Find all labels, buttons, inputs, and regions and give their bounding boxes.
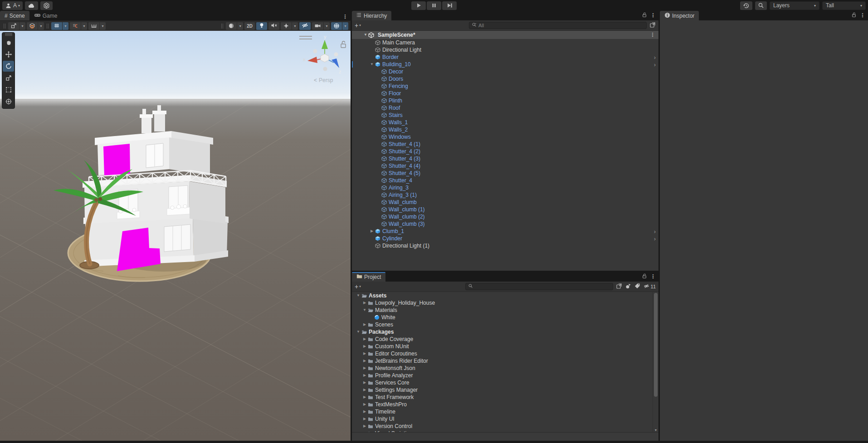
account-button[interactable]: A ▾ (2, 1, 23, 10)
scale-tool-button[interactable] (3, 73, 14, 83)
hierarchy-row[interactable]: Shutter_4 (1) (352, 141, 658, 148)
chevron-down-icon[interactable]: ▼ (100, 22, 106, 30)
prefab-open-chevron[interactable]: › (654, 235, 656, 242)
project-search-input[interactable] (475, 284, 610, 289)
chevron-down-icon[interactable]: ▼ (20, 22, 25, 30)
plastic-scm-button[interactable] (40, 1, 53, 10)
expand-arrow[interactable]: ▶ (362, 336, 367, 343)
project-row[interactable]: ▶ Scenes (352, 321, 658, 328)
project-row[interactable]: ▶ Services Core (352, 379, 658, 386)
hierarchy-row[interactable]: Shutter_4 (352, 177, 658, 184)
project-scrollbar[interactable]: ▼ (653, 292, 658, 432)
rect-tool-button[interactable] (3, 84, 14, 95)
view-hand-tool-button[interactable] (3, 37, 14, 48)
chevron-down-icon[interactable]: ▼ (342, 22, 348, 30)
effects-toggle-button[interactable]: ▼ (281, 22, 298, 30)
chevron-down-icon[interactable]: ▼ (63, 22, 68, 30)
add-gameobject-button[interactable]: +▾ (355, 22, 361, 29)
expand-arrow[interactable]: ▶ (362, 415, 367, 423)
project-menu-icon[interactable]: ⋮ (650, 274, 656, 279)
tab-game[interactable]: Game (29, 11, 62, 20)
expand-arrow[interactable]: ▼ (363, 31, 368, 39)
expand-arrow[interactable]: ▶ (362, 401, 367, 408)
hierarchy-row[interactable]: Fencing (352, 83, 658, 90)
hierarchy-row[interactable]: Directional Light (1) (352, 242, 658, 249)
snap-toggle-button[interactable]: ▼ (70, 22, 87, 30)
expand-arrow[interactable]: ▶ (362, 423, 367, 430)
expand-arrow[interactable]: ▶ (362, 357, 367, 365)
search-by-type-icon[interactable] (625, 283, 631, 291)
prefab-open-chevron[interactable]: › (654, 61, 656, 68)
hierarchy-row[interactable]: Wall_clumb (3) (352, 220, 658, 228)
hierarchy-row[interactable]: Plinth (352, 97, 658, 104)
expand-arrow[interactable]: ▶ (362, 350, 367, 357)
hierarchy-menu-icon[interactable]: ⋮ (650, 13, 656, 18)
expand-arrow[interactable]: ▶ (362, 430, 367, 432)
expand-arrow[interactable]: ▶ (362, 343, 367, 350)
draw-mode-button[interactable]: ▼ (226, 22, 243, 30)
expand-arrow[interactable]: ▶ (362, 365, 367, 372)
gizmos-toggle-button[interactable]: ▼ (331, 22, 348, 30)
project-row[interactable]: ▼ Packages (352, 328, 658, 336)
project-row[interactable]: ▶ Test Framework (352, 394, 658, 401)
scene-viewport[interactable]: y x z < Persp (0, 31, 351, 441)
tab-hierarchy[interactable]: Hierarchy (352, 11, 391, 20)
pause-button[interactable] (427, 1, 441, 10)
project-row[interactable]: ▶ Editor Coroutines (352, 350, 658, 357)
lighting-toggle-button[interactable] (256, 22, 267, 30)
chevron-down-icon[interactable]: ▼ (237, 22, 243, 30)
tool-handle-rotation-button[interactable]: ▼ (27, 22, 44, 30)
layout-dropdown[interactable]: Tall ▾ (822, 1, 866, 10)
expand-arrow[interactable]: ▶ (362, 372, 367, 379)
project-row[interactable]: ▼ Assets (352, 292, 658, 299)
prefab-open-chevron[interactable]: › (654, 228, 656, 235)
cloud-button[interactable] (25, 1, 38, 10)
hierarchy-row[interactable]: Shutter_4 (2) (352, 148, 658, 155)
open-padlock-icon[interactable] (642, 12, 647, 19)
add-asset-button[interactable]: +▾ (355, 283, 361, 290)
grid-visibility-button[interactable]: ▼ (51, 22, 68, 30)
hierarchy-row[interactable]: ▼ Building_10 › (352, 61, 658, 68)
chevron-down-icon[interactable]: ▼ (324, 22, 330, 30)
project-row[interactable]: ▶ Version Control (352, 423, 658, 430)
hierarchy-row[interactable]: Roof (352, 104, 658, 112)
chevron-down-icon[interactable]: ▼ (292, 22, 298, 30)
hierarchy-row[interactable]: Cylinder › (352, 235, 658, 242)
overlay-drag-handle[interactable] (47, 24, 49, 29)
hierarchy-row[interactable]: Floor (352, 90, 658, 97)
hierarchy-row[interactable]: Windows (352, 133, 658, 141)
hierarchy-row[interactable]: Wall_clumb (1) (352, 206, 658, 213)
hierarchy-row[interactable]: Wall_clumb (2) (352, 213, 658, 220)
expand-arrow[interactable]: ▶ (362, 379, 367, 386)
project-search-field[interactable] (465, 283, 613, 290)
expand-arrow[interactable]: ▼ (362, 307, 367, 314)
chevron-down-icon[interactable]: ▼ (81, 22, 87, 30)
expand-arrow[interactable]: ▼ (356, 292, 361, 299)
overlay-drag-handle[interactable] (4, 24, 5, 29)
move-tool-button[interactable] (3, 49, 14, 60)
search-by-label-icon[interactable] (634, 283, 640, 291)
gizmo-negative-axis-knob[interactable] (334, 53, 338, 57)
project-row[interactable]: ▶ Newtonsoft Json (352, 365, 658, 372)
prefab-open-chevron[interactable]: › (654, 54, 656, 61)
gizmo-negative-axis-knob[interactable] (323, 67, 327, 71)
hierarchy-row[interactable]: Wall_clumb (352, 199, 658, 206)
persp-arrow[interactable]: < (314, 77, 317, 83)
project-row[interactable]: ▶ Visual Scripting (352, 430, 658, 432)
undo-history-button[interactable] (740, 1, 752, 10)
camera-overlay-button[interactable]: ▼ (312, 22, 330, 30)
hierarchy-search-input[interactable] (478, 23, 644, 28)
gizmo-negative-axis-knob[interactable] (313, 49, 317, 54)
hierarchy-row[interactable]: Walls_1 (352, 119, 658, 126)
hierarchy-row[interactable]: Shutter_4 (5) (352, 170, 658, 177)
scene-row-menu-icon[interactable]: ⋮ (650, 33, 655, 37)
project-row[interactable]: ▼ Materials (352, 307, 658, 314)
open-in-search-icon[interactable] (616, 283, 622, 291)
inspector-menu-icon[interactable]: ⋮ (860, 13, 865, 18)
tool-handle-position-button[interactable]: ▼ (8, 22, 25, 30)
overlay-drag-handle[interactable] (221, 24, 223, 29)
tab-inspector[interactable]: Inspector (660, 11, 699, 20)
hierarchy-row[interactable]: Directional Light (352, 46, 658, 54)
search-button[interactable] (755, 1, 767, 10)
project-row[interactable]: ▶ Custom NUnit (352, 343, 658, 350)
